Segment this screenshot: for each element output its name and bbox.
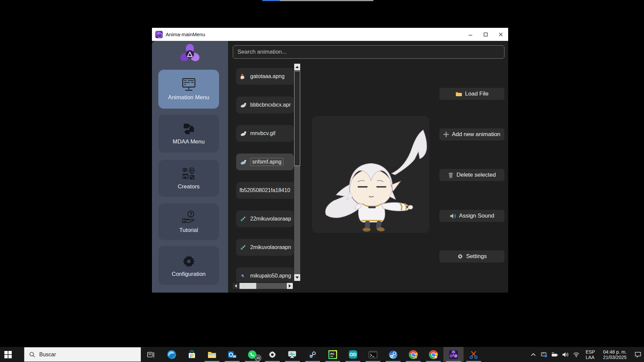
list-item[interactable]: gatotaaa.apng: [236, 68, 294, 85]
tray-volume[interactable]: [560, 347, 571, 362]
file-explorer-icon: [207, 351, 217, 359]
file-name: mikupalo50.apng: [250, 273, 291, 279]
taskbar-settings-app[interactable]: [262, 347, 282, 362]
sidebar-item-tutorial[interactable]: Tutorial: [158, 203, 219, 240]
file-name: bbbcbncxbcx.apr: [250, 102, 291, 108]
taskbar-task-manager-app[interactable]: [282, 347, 303, 362]
taskbar-snipping-tool-app[interactable]: [464, 347, 484, 362]
taskbar-store-app[interactable]: [182, 347, 202, 362]
teal-sparkle-sprite-icon: [240, 216, 248, 222]
tablet-rotation-icon: [541, 352, 547, 358]
taskbar-whatsapp-app[interactable]: 38: [242, 347, 262, 362]
taskbar-pycharm-app[interactable]: PC: [323, 347, 343, 362]
list-item[interactable]: 22mikuvolaoraap: [236, 210, 294, 227]
file-name: gatotaaa.apng: [250, 73, 284, 79]
sidebar-item-creators[interactable]: Creators: [158, 160, 219, 197]
delete-selected-button[interactable]: Delete selected: [439, 169, 504, 181]
settings-gear-icon: [268, 350, 277, 359]
start-button[interactable]: [0, 347, 16, 362]
file-name: fb520508021fa18410: [239, 187, 290, 193]
file-name: 2mikuvolaoraapn: [250, 244, 291, 250]
vertical-scrollbar-thumb[interactable]: [294, 71, 300, 166]
configuration-gear-icon: [181, 253, 196, 268]
button-label: Settings: [466, 253, 487, 260]
battery-icon: [551, 352, 558, 358]
sidebar-item-mdaa-menu[interactable]: MDAA Menu: [158, 115, 219, 153]
down-arrow-icon: [296, 277, 299, 279]
window-controls: [463, 28, 508, 41]
horizontal-scrollbar-thumb[interactable]: [239, 283, 256, 289]
taskbar: Buscar: [0, 347, 644, 362]
arduino-icon: [348, 350, 358, 359]
taskbar-chrome-app-2[interactable]: [423, 347, 443, 362]
taskbar-terminal-app[interactable]: [363, 347, 383, 362]
add-new-animation-button[interactable]: Add new animation: [439, 128, 504, 140]
anima-icon: [449, 350, 458, 359]
maximize-button[interactable]: [478, 28, 493, 41]
list-item-selected[interactable]: snfsmf.apng: [236, 154, 294, 170]
blue-dot-sprite-icon: [240, 274, 248, 278]
svg-text:PC: PC: [330, 352, 335, 356]
list-item[interactable]: mnvbcv.gif: [236, 125, 294, 142]
button-label: Delete selected: [457, 172, 496, 178]
list-item[interactable]: fb520508021fa18410: [236, 182, 294, 199]
grey-lying-sprite-icon: [240, 130, 248, 136]
steam-icon: [308, 350, 317, 359]
settings-button[interactable]: Settings: [439, 250, 504, 262]
assign-sound-button[interactable]: Assign Sound: [439, 210, 504, 222]
scroll-right-button[interactable]: [287, 283, 293, 289]
blue-lying-sprite-icon: [240, 159, 248, 165]
background-window-edge-white: [280, 0, 373, 1]
steam-blue-icon: [388, 350, 398, 359]
close-button[interactable]: [493, 28, 508, 41]
scroll-up-button[interactable]: [294, 64, 300, 70]
sidebar: Animation Menu MDAA Menu: [152, 41, 228, 293]
terminal-icon: [368, 351, 378, 359]
search-animation-input[interactable]: [233, 45, 504, 59]
minimize-button[interactable]: [463, 28, 478, 41]
list-item[interactable]: bbbcbncxbcx.apr: [236, 97, 294, 113]
orange-chibi-sprite-icon: [240, 73, 248, 79]
trash-icon: [448, 172, 453, 178]
window-title: Anima-mainMenu: [166, 32, 205, 37]
animation-file-list: gatotaaa.apng bbbcbncxbcx.apr mnvbcv.gif…: [236, 64, 294, 282]
taskbar-search-box[interactable]: Buscar: [24, 347, 141, 362]
taskbar-edge-app[interactable]: [162, 347, 182, 362]
vertical-scrollbar-track[interactable]: [294, 166, 300, 274]
chrome-icon: [429, 350, 438, 359]
horizontal-scrollbar: [233, 283, 294, 289]
chevron-up-icon: [531, 352, 536, 357]
speaker-icon: [562, 352, 569, 358]
taskbar-chrome-app-1[interactable]: [403, 347, 423, 362]
tray-wifi[interactable]: [571, 347, 582, 362]
load-file-button[interactable]: Load File: [439, 88, 504, 100]
file-name: 22mikuvolaoraap: [250, 216, 291, 222]
task-view-button[interactable]: [144, 347, 158, 362]
titlebar: Anima-mainMenu: [152, 28, 508, 41]
scroll-left-button[interactable]: [233, 283, 239, 289]
taskbar-arduino-app[interactable]: [343, 347, 363, 362]
scroll-down-button[interactable]: [294, 274, 300, 281]
wifi-icon: [573, 352, 580, 357]
horizontal-scrollbar-track[interactable]: [256, 283, 287, 289]
list-item[interactable]: 2mikuvolaoraapn: [236, 239, 294, 256]
taskbar-file-explorer-app[interactable]: [202, 347, 222, 362]
taskbar-outlook-app[interactable]: [222, 347, 242, 362]
sidebar-item-configuration[interactable]: Configuration: [158, 246, 219, 285]
taskbar-steam-blue-app[interactable]: [383, 347, 403, 362]
button-label: Load File: [465, 90, 489, 97]
speaker-icon: [450, 213, 456, 219]
taskbar-steam-app[interactable]: [303, 347, 323, 362]
tray-clock[interactable]: 04:48 p. m. 21/03/2025: [601, 349, 629, 360]
list-item[interactable]: mikupalo50.apng: [236, 267, 294, 282]
tray-chevron-up[interactable]: [528, 347, 539, 362]
tray-language-indicator[interactable]: ESP LAA: [584, 349, 597, 360]
taskbar-anima-app-active[interactable]: [443, 347, 464, 362]
action-center-button[interactable]: [632, 347, 644, 362]
snipping-scissors-icon: [469, 350, 478, 359]
chrome-icon: [409, 350, 418, 359]
sidebar-item-animation-menu[interactable]: Animation Menu: [158, 70, 219, 109]
file-name: snfsmf.apng: [250, 158, 283, 166]
tray-tablet-mode[interactable]: [539, 347, 549, 362]
tray-battery[interactable]: [549, 347, 560, 362]
